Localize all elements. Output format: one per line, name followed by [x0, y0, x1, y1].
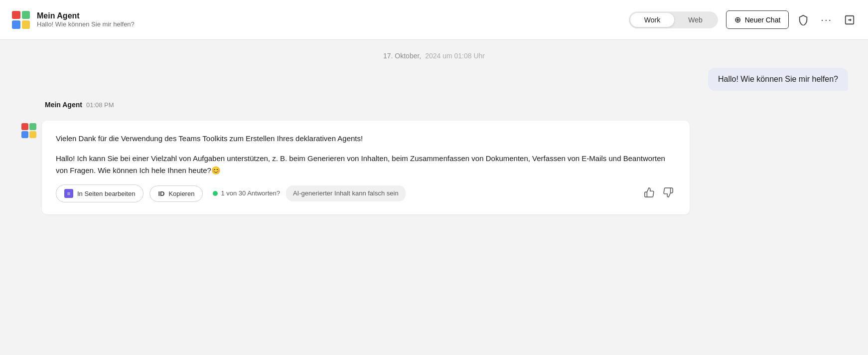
feedback-icons — [642, 185, 676, 202]
agent-message-wrapper: Vielen Dank für die Verwendung des Teams… — [42, 121, 848, 214]
pages-icon: ≡ — [64, 189, 73, 198]
date-text: 17. Oktober, — [383, 52, 421, 60]
thumbs-up-icon — [644, 187, 655, 198]
more-icon: ··· — [821, 14, 832, 25]
web-toggle-btn[interactable]: Web — [674, 13, 717, 27]
user-message-text: Hallo! Wie können Sie mir helfen? — [718, 75, 838, 83]
user-bubble: Hallo! Wie können Sie mir helfen? — [708, 68, 848, 91]
green-dot-icon — [213, 191, 218, 196]
answers-indicator: 1 von 30 Antworten? — [213, 188, 280, 199]
agent-label-name: Mein Agent — [45, 101, 82, 109]
agent-label-time: 01:08 PM — [86, 101, 114, 109]
date-year: 2024 um 01:08 Uhr — [425, 52, 485, 60]
agent-info: Mein Agent Hallo! Wie können Sie mir hel… — [37, 11, 135, 28]
exit-button[interactable] — [841, 11, 858, 28]
avatar-cell-green — [29, 123, 36, 130]
agent-label-row: Mein Agent 01:08 PM — [43, 101, 114, 109]
ai-disclaimer: AI-generierter Inhalt kann falsch sein — [286, 185, 406, 202]
logo-cell-blue — [12, 20, 20, 29]
header-right: ⊕ Neuer Chat ··· — [726, 10, 858, 29]
id-icon: ID — [158, 190, 164, 197]
header: Mein Agent Hallo! Wie können Sie mir hel… — [0, 0, 868, 40]
copy-button[interactable]: ID Kopieren — [149, 185, 203, 202]
shield-button[interactable] — [795, 11, 812, 28]
agent-name: Mein Agent — [37, 11, 135, 20]
copy-label: Kopieren — [168, 190, 194, 197]
agent-paragraph-1: Vielen Dank für die Verwendung des Teams… — [56, 133, 676, 145]
agent-avatar — [20, 122, 38, 140]
more-options-button[interactable]: ··· — [818, 11, 835, 28]
new-chat-button[interactable]: ⊕ Neuer Chat — [726, 10, 789, 29]
agent-paragraph-2: Hallo! Ich kann Sie bei einer Vielzahl v… — [56, 153, 676, 177]
thumbs-down-button[interactable] — [661, 185, 676, 202]
date-divider: 17. Oktober, 2024 um 01:08 Uhr — [0, 40, 868, 68]
avatar-cell-red — [21, 123, 28, 130]
logo-cell-red — [12, 11, 20, 19]
answers-text: 1 von 30 Antworten? — [221, 188, 280, 199]
agent-bubble: Vielen Dank für die Verwendung des Teams… — [42, 121, 690, 214]
thumbs-up-button[interactable] — [642, 185, 657, 202]
avatar-cell-blue — [21, 131, 28, 138]
header-left: Mein Agent Hallo! Wie können Sie mir hel… — [10, 9, 621, 31]
work-toggle-btn[interactable]: Work — [630, 13, 674, 27]
ai-disclaimer-text: AI-generierter Inhalt kann falsch sein — [293, 189, 399, 197]
action-bar: ≡ In Seiten bearbeiten ID Kopieren 1 von… — [56, 184, 676, 202]
edit-in-pages-label: In Seiten bearbeiten — [77, 190, 135, 197]
shield-icon — [798, 14, 809, 25]
agent-logo — [10, 9, 32, 31]
agent-label-area: Mein Agent 01:08 PM — [0, 101, 868, 121]
edit-in-pages-button[interactable]: ≡ In Seiten bearbeiten — [56, 184, 144, 202]
user-message-row: Hallo! Wie können Sie mir helfen? — [0, 68, 868, 101]
plus-circle-icon: ⊕ — [734, 15, 741, 24]
new-chat-label: Neuer Chat — [745, 16, 781, 24]
thumbs-down-icon — [663, 187, 674, 198]
agent-message-area: Vielen Dank für die Verwendung des Teams… — [0, 121, 868, 224]
mode-toggle[interactable]: Work Web — [629, 11, 718, 28]
agent-subtitle: Hallo! Wie können Sie mir helfen? — [37, 20, 135, 28]
agent-avatar-placeholder — [20, 101, 38, 119]
avatar-cell-yellow — [29, 131, 36, 138]
exit-icon — [844, 14, 855, 25]
main-content: 17. Oktober, 2024 um 01:08 Uhr Hallo! Wi… — [0, 40, 868, 355]
logo-cell-green — [22, 11, 30, 19]
logo-cell-yellow — [22, 20, 30, 29]
